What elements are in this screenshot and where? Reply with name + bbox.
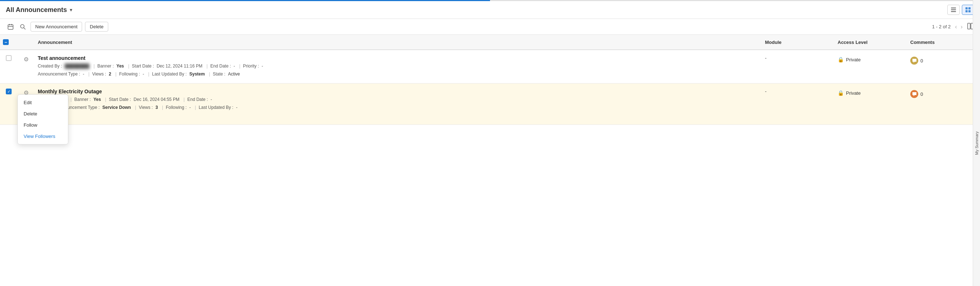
row2-comments-count: 0: [920, 91, 923, 97]
svg-rect-0: [951, 8, 956, 8]
toolbar: New Announcement Delete 1 - 2 of 2 ‹ ›: [0, 19, 980, 35]
row1-updated-by-value: System: [189, 72, 205, 76]
row1-lock-icon: 🔒: [838, 57, 844, 62]
row2-start-date-value: Dec 16, 2024 04:55 PM: [134, 97, 180, 102]
row1-end-date-value: -: [234, 64, 235, 68]
svg-point-11: [21, 24, 24, 28]
svg-rect-2: [951, 11, 956, 12]
top-bar-left: All Announcements ▾: [6, 6, 72, 14]
header-comments: Comments: [907, 38, 980, 46]
table-container: Announcement Module Access Level Comment…: [0, 35, 980, 125]
row1-banner-label: Banner :: [97, 64, 114, 68]
row1-title: Test announcement: [38, 55, 759, 61]
select-all-checkbox[interactable]: [3, 39, 9, 45]
row1-access-level-value: Private: [846, 57, 861, 62]
grid-view-icon: [965, 6, 971, 13]
row1-module-cell: -: [762, 54, 835, 62]
row2-following-value: -: [189, 105, 191, 110]
row2-end-date-value: -: [211, 97, 212, 102]
comment-icon: [912, 92, 917, 97]
svg-rect-6: [968, 10, 970, 12]
prev-page-button[interactable]: ‹: [953, 23, 958, 31]
row1-type-label: Announcement Type :: [38, 72, 80, 76]
chevron-down-icon[interactable]: ▾: [70, 7, 72, 13]
row1-access-level-cell: 🔒 Private: [835, 54, 907, 64]
row1-views-label: Views :: [92, 72, 106, 76]
row2-end-date-label: End Date :: [188, 97, 208, 102]
row1-comment-bubble: [910, 57, 918, 65]
svg-rect-4: [968, 7, 970, 10]
table-row: ⚙ Test announcement Created By : ███████…: [0, 50, 980, 83]
page-title: All Announcements: [6, 6, 67, 14]
context-menu-follow[interactable]: Follow: [18, 119, 68, 125]
comment-icon: [912, 59, 917, 63]
calendar-icon-button[interactable]: [6, 22, 15, 32]
svg-rect-5: [966, 10, 968, 12]
row2-following-label: Following :: [166, 105, 187, 110]
svg-rect-7: [8, 25, 13, 29]
row2-views-label: Views :: [139, 105, 153, 110]
top-bar-right: [947, 5, 974, 15]
top-bar: All Announcements ▾: [0, 1, 980, 19]
row1-state-value: Active: [228, 72, 240, 76]
row2-banner-value: Yes: [93, 97, 101, 102]
row1-end-date-label: End Date :: [210, 64, 231, 68]
row1-priority-value: -: [261, 64, 263, 68]
row1-banner-value: Yes: [116, 64, 124, 68]
svg-line-12: [24, 28, 26, 29]
next-page-button[interactable]: ›: [959, 23, 964, 31]
svg-rect-13: [968, 23, 970, 29]
row1-created-by-value: ████████: [65, 64, 89, 68]
row2-updated-by-label: Last Updated By :: [199, 105, 233, 110]
row1-updated-by-label: Last Updated By :: [152, 72, 187, 76]
my-summary-sidebar[interactable]: My Summary: [973, 0, 980, 125]
row2-module-cell: -: [762, 87, 835, 95]
row1-comments-cell: 0: [907, 54, 980, 66]
row2-updated-by-value: -: [236, 105, 237, 110]
pagination-info: 1 - 2 of 2: [932, 24, 951, 29]
row2-access-level-cell: 🔒 Private: [835, 87, 907, 97]
row1-created-by-label: Created By :: [38, 64, 62, 68]
row2-access-level-value: Private: [846, 91, 861, 96]
row1-comments-count: 0: [920, 58, 923, 64]
row1-announcement-cell: Test announcement Created By : ████████ …: [35, 54, 762, 79]
grid-view-button[interactable]: [962, 5, 974, 15]
context-menu: Edit Delete Follow View Followers: [18, 94, 68, 125]
row2-type-value: Service Down: [102, 105, 131, 110]
context-menu-delete[interactable]: Delete: [18, 108, 68, 119]
calendar-icon: [7, 24, 14, 30]
row2-banner-label: Banner :: [75, 97, 91, 102]
row2-checkbox-cell: [0, 87, 18, 96]
header-checkbox-cell: [0, 38, 18, 46]
row1-checkbox-cell: [0, 54, 18, 62]
delete-button[interactable]: Delete: [85, 22, 108, 32]
row2-start-date-label: Start Date :: [109, 97, 131, 102]
search-button[interactable]: [18, 22, 28, 32]
row2-meta: : ████████ | Banner : Yes | Start Date :…: [38, 96, 759, 119]
list-view-icon: [950, 6, 957, 13]
row1-following-label: Following :: [119, 72, 140, 76]
row1-following-value: -: [143, 72, 144, 76]
row2-checkbox[interactable]: [6, 89, 12, 94]
row1-start-date-label: Start Date :: [132, 64, 154, 68]
row2-title: Monthly Electricity Outage: [38, 89, 759, 94]
list-view-button[interactable]: [947, 5, 960, 15]
row2-comment-bubble: [910, 90, 918, 98]
new-announcement-button[interactable]: New Announcement: [30, 22, 82, 32]
context-menu-edit[interactable]: Edit: [18, 97, 68, 108]
row1-start-date-value: Dec 12, 2024 11:16 PM: [157, 64, 202, 68]
toolbar-right: 1 - 2 of 2 ‹ ›: [932, 22, 974, 31]
row2-lock-icon: 🔒: [838, 90, 844, 96]
row1-checkbox[interactable]: [6, 55, 12, 61]
header-announcement: Announcement: [35, 38, 762, 46]
table-header: Announcement Module Access Level Comment…: [0, 35, 980, 50]
row1-views-value: 2: [109, 72, 111, 76]
row1-gear-cell: ⚙: [18, 54, 35, 65]
svg-rect-1: [951, 10, 956, 10]
row1-priority-label: Priority :: [243, 64, 259, 68]
header-access-level: Access Level: [835, 38, 907, 46]
svg-rect-3: [966, 7, 968, 10]
row1-gear-button[interactable]: ⚙: [23, 55, 29, 64]
header-gear-cell: [18, 41, 35, 44]
row1-meta: Created By : ████████ | Banner : Yes | S…: [38, 62, 759, 78]
